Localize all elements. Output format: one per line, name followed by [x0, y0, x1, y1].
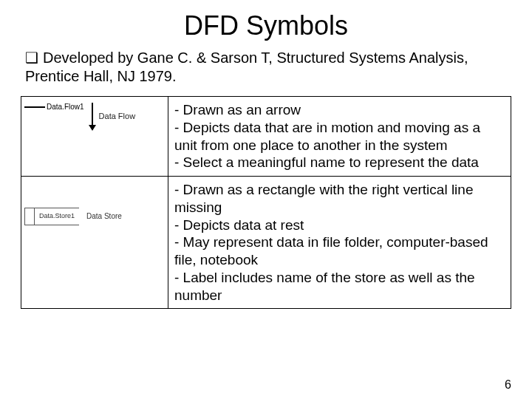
bullet-point: - Depicts data that are in motion and mo… [174, 119, 505, 154]
bullet-point: - Select a meaningful name to represent … [174, 154, 505, 171]
bullet-icon: ❑ [25, 50, 38, 66]
page-number: 6 [505, 378, 511, 392]
datastore-shape-icon: Data.Store1 [24, 208, 79, 225]
dataflow-arrow-icon: Data.Flow1 [24, 103, 84, 112]
bullet-point: - Label includes name of the store as we… [174, 269, 505, 304]
table-row: Data.Flow1 Data Flow - Drawn as an arrow… [21, 97, 511, 177]
intro-text: Developed by Gane C. & Sarson T, Structu… [25, 50, 468, 84]
bullet-point: - Depicts data at rest [174, 216, 505, 234]
arrow-down-icon [89, 103, 96, 131]
dataflow-label: Data Flow [99, 112, 136, 122]
slide-title: DFD Symbols [21, 10, 511, 41]
diagram-cell-dataflow: Data.Flow1 Data Flow [21, 97, 168, 177]
bullet-point: - Drawn as an arrow [174, 101, 505, 119]
table-row: Data.Store1 Data Store - Drawn as a rect… [21, 177, 511, 309]
description-cell: - Drawn as a rectangle with the right ve… [168, 177, 511, 309]
intro-paragraph: ❑Developed by Gane C. & Sarson T, Struct… [25, 49, 511, 86]
bullet-point: - Drawn as a rectangle with the right ve… [174, 181, 505, 216]
symbols-table: Data.Flow1 Data Flow - Drawn as an arrow… [21, 96, 511, 309]
datastore-label: Data Store [86, 212, 122, 222]
datastore-shape-text: Data.Store1 [35, 212, 79, 220]
diagram-cell-datastore: Data.Store1 Data Store [21, 177, 168, 309]
dataflow-arrow-text: Data.Flow1 [47, 103, 84, 112]
description-cell: - Drawn as an arrow - Depicts data that … [168, 97, 511, 177]
bullet-point: - May represent data in file folder, com… [174, 233, 505, 269]
